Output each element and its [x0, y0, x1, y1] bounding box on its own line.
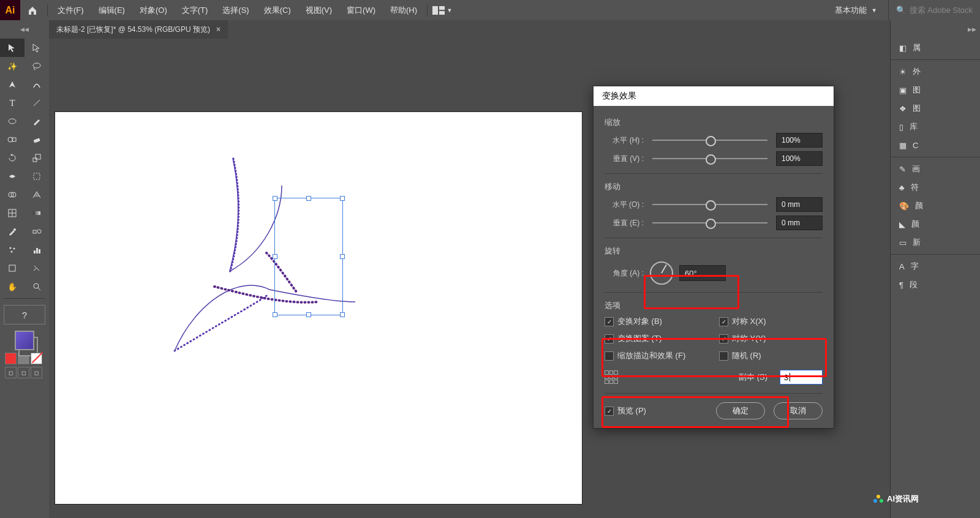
- resize-handle[interactable]: [273, 312, 277, 317]
- scale-h-input[interactable]: 100%: [776, 133, 823, 148]
- workspace-switcher[interactable]: 基本功能 ▼: [824, 0, 889, 20]
- fill-stroke-swatch[interactable]: [0, 328, 49, 353]
- resize-handle[interactable]: [306, 312, 311, 317]
- magic-wand-tool[interactable]: ✨: [0, 57, 24, 75]
- dock-character[interactable]: A字: [891, 257, 980, 276]
- dock-swatches[interactable]: 🎨颜: [891, 197, 980, 215]
- scale-h-slider[interactable]: [652, 140, 767, 141]
- stock-search[interactable]: 🔍 搜索 Adobe Stock: [889, 5, 980, 16]
- fill-swatch[interactable]: [15, 331, 34, 350]
- transform-objects-checkbox[interactable]: 变换对象 (B): [605, 316, 708, 327]
- dock-expand-handle[interactable]: ▶▶: [891, 20, 980, 39]
- eyedropper-tool[interactable]: [0, 222, 24, 241]
- close-tab-button[interactable]: ×: [216, 25, 221, 34]
- dock-color[interactable]: ◣颜: [891, 215, 980, 233]
- dock-brushes[interactable]: ✎画: [891, 160, 980, 178]
- ellipse-tool[interactable]: [0, 112, 24, 130]
- random-checkbox[interactable]: 随机 (R): [719, 350, 823, 361]
- selection-bounding-box[interactable]: [274, 198, 343, 315]
- slider-thumb[interactable]: [706, 219, 716, 229]
- preview-checkbox[interactable]: 预览 (P): [605, 405, 646, 416]
- mesh-tool[interactable]: [0, 204, 24, 222]
- resize-handle[interactable]: [273, 254, 277, 259]
- line-tool[interactable]: [24, 94, 49, 112]
- free-transform-tool[interactable]: [24, 167, 49, 186]
- resize-handle[interactable]: [340, 196, 345, 201]
- angle-dial[interactable]: [650, 261, 673, 285]
- toolbar-expand-handle[interactable]: ◀◀: [0, 20, 49, 39]
- arrange-documents-button[interactable]: ▼: [430, 0, 454, 20]
- scale-tool[interactable]: [24, 149, 49, 167]
- reflect-y-checkbox[interactable]: 对称 Y(Y): [719, 333, 823, 344]
- dock-appearance[interactable]: ☀外: [891, 62, 980, 81]
- move-h-input[interactable]: 0 mm: [776, 197, 823, 212]
- draw-inside[interactable]: ◻: [31, 367, 42, 378]
- menu-edit[interactable]: 编辑(E): [91, 0, 132, 20]
- perspective-grid-tool[interactable]: [24, 186, 49, 204]
- shape-builder-tool[interactable]: [0, 186, 24, 204]
- menu-help[interactable]: 帮助(H): [383, 0, 424, 20]
- direct-selection-tool[interactable]: [24, 39, 49, 57]
- ok-button[interactable]: 确定: [716, 402, 765, 419]
- dock-graphic-styles[interactable]: ▣图: [891, 81, 980, 99]
- pen-tool[interactable]: [0, 75, 24, 94]
- document-tab[interactable]: 未标题-2 [已恢复]* @ 54.53% (RGB/GPU 预览) ×: [49, 20, 228, 39]
- resize-handle[interactable]: [306, 196, 311, 201]
- dock-layers[interactable]: ❖图: [891, 99, 980, 118]
- menu-select[interactable]: 选择(S): [215, 0, 256, 20]
- cancel-button[interactable]: 取消: [774, 402, 823, 419]
- eraser-tool[interactable]: [24, 130, 49, 149]
- draw-behind[interactable]: ◻: [18, 367, 29, 378]
- curvature-tool[interactable]: [24, 75, 49, 94]
- gradient-tool[interactable]: [24, 204, 49, 222]
- symbol-sprayer-tool[interactable]: [0, 241, 24, 259]
- lasso-tool[interactable]: [24, 57, 49, 75]
- dock-gradient[interactable]: ▭新: [891, 233, 980, 252]
- menu-window[interactable]: 窗口(W): [339, 0, 383, 20]
- move-v-input[interactable]: 0 mm: [776, 216, 823, 230]
- hand-tool[interactable]: ✋: [0, 277, 24, 296]
- slice-tool[interactable]: [24, 259, 49, 277]
- menu-object[interactable]: 对象(O): [132, 0, 175, 20]
- home-button[interactable]: [20, 0, 45, 20]
- shaper-tool[interactable]: [0, 130, 24, 149]
- menu-type[interactable]: 文字(T): [175, 0, 216, 20]
- color-mode[interactable]: [5, 353, 17, 364]
- type-tool[interactable]: T: [0, 94, 24, 112]
- transform-patterns-checkbox[interactable]: 变换图案 (T): [605, 333, 708, 344]
- scale-v-slider[interactable]: [652, 158, 767, 159]
- help-tool[interactable]: ?: [4, 305, 45, 325]
- menu-view[interactable]: 视图(V): [298, 0, 339, 20]
- slider-thumb[interactable]: [706, 136, 716, 146]
- copies-input[interactable]: 3: [780, 370, 823, 385]
- slider-thumb[interactable]: [706, 154, 716, 165]
- scale-strokes-checkbox[interactable]: 缩放描边和效果 (F): [605, 350, 708, 361]
- reference-point-selector[interactable]: [605, 370, 618, 384]
- resize-handle[interactable]: [340, 312, 345, 317]
- scale-v-input[interactable]: 100%: [776, 151, 823, 166]
- angle-input[interactable]: 60°: [679, 265, 726, 281]
- move-h-slider[interactable]: [652, 204, 767, 205]
- dock-symbols[interactable]: ♣符: [891, 178, 980, 197]
- selection-tool[interactable]: [0, 39, 24, 57]
- dialog-titlebar[interactable]: 变换效果: [594, 86, 834, 106]
- none-mode[interactable]: [31, 353, 42, 364]
- rotate-tool[interactable]: [0, 149, 24, 167]
- zoom-tool[interactable]: [24, 277, 49, 296]
- resize-handle[interactable]: [340, 254, 345, 259]
- draw-normal[interactable]: ◻: [5, 367, 17, 378]
- dock-paragraph[interactable]: ¶段: [891, 276, 980, 294]
- width-tool[interactable]: [0, 167, 24, 186]
- column-graph-tool[interactable]: [24, 241, 49, 259]
- move-v-slider[interactable]: [652, 222, 767, 223]
- dock-libraries[interactable]: ▯库: [891, 118, 980, 136]
- menu-file[interactable]: 文件(F): [50, 0, 91, 20]
- paintbrush-tool[interactable]: [24, 112, 49, 130]
- reflect-x-checkbox[interactable]: 对称 X(X): [719, 316, 823, 327]
- menu-effect[interactable]: 效果(C): [257, 0, 298, 20]
- resize-handle[interactable]: [273, 196, 277, 201]
- artboard-tool[interactable]: [0, 259, 24, 277]
- dock-properties[interactable]: ◧属: [891, 39, 980, 57]
- slider-thumb[interactable]: [706, 200, 716, 211]
- dock-cc[interactable]: ▦C: [891, 136, 980, 154]
